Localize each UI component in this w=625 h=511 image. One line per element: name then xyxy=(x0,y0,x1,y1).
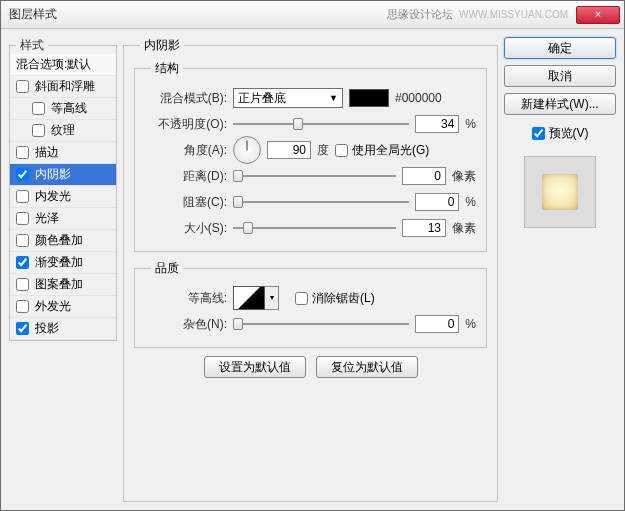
quality-legend: 品质 xyxy=(151,260,183,277)
checkbox[interactable] xyxy=(32,124,45,137)
style-item-stroke[interactable]: 描边 xyxy=(10,142,116,164)
contour-label: 等高线: xyxy=(145,290,227,307)
angle-unit: 度 xyxy=(317,142,329,159)
noise-slider[interactable] xyxy=(233,316,409,332)
style-item-bevel[interactable]: 斜面和浮雕 xyxy=(10,76,116,98)
opacity-row: 不透明度(O): 34 % xyxy=(145,111,476,137)
layer-style-dialog: 图层样式 思缘设计论坛 WWW.MISSYUAN.COM × 样式 混合选项:默… xyxy=(0,0,625,511)
checkbox[interactable] xyxy=(16,212,29,225)
opacity-unit: % xyxy=(465,117,476,131)
blending-options-label: 混合选项:默认 xyxy=(16,56,91,73)
panel-legend: 内阴影 xyxy=(140,37,184,54)
structure-group: 结构 混合模式(B): 正片叠底 ▼ #000000 不透明度(O): 3 xyxy=(134,60,487,252)
size-input[interactable]: 13 xyxy=(402,219,446,237)
styles-list: 混合选项:默认 斜面和浮雕 等高线 纹理 描边 内阴影 内发光 光泽 颜色叠加 … xyxy=(10,54,116,340)
angle-dial[interactable] xyxy=(233,136,261,164)
style-item-drop-shadow[interactable]: 投影 xyxy=(10,318,116,340)
reset-default-button[interactable]: 复位为默认值 xyxy=(316,356,418,378)
quality-group: 品质 等高线: ▾ 消除锯齿(L) 杂色(N): 0 % xyxy=(134,260,487,348)
choke-input[interactable]: 0 xyxy=(415,193,459,211)
style-item-outer-glow[interactable]: 外发光 xyxy=(10,296,116,318)
contour-row: 等高线: ▾ 消除锯齿(L) xyxy=(145,285,476,311)
angle-input[interactable]: 90 xyxy=(267,141,311,159)
checkbox[interactable] xyxy=(16,168,29,181)
watermark-url: WWW.MISSYUAN.COM xyxy=(459,9,568,20)
style-item-gradient-overlay[interactable]: 渐变叠加 xyxy=(10,252,116,274)
angle-row: 角度(A): 90 度 使用全局光(G) xyxy=(145,137,476,163)
size-row: 大小(S): 13 像素 xyxy=(145,215,476,241)
noise-input[interactable]: 0 xyxy=(415,315,459,333)
noise-row: 杂色(N): 0 % xyxy=(145,311,476,337)
blending-options-row[interactable]: 混合选项:默认 xyxy=(10,54,116,76)
noise-label: 杂色(N): xyxy=(145,316,227,333)
checkbox[interactable] xyxy=(16,278,29,291)
structure-legend: 结构 xyxy=(151,60,183,77)
checkbox[interactable] xyxy=(16,146,29,159)
contour-picker[interactable] xyxy=(233,286,265,310)
chevron-down-icon: ▼ xyxy=(329,93,338,103)
style-item-contour[interactable]: 等高线 xyxy=(10,98,116,120)
checkbox[interactable] xyxy=(16,256,29,269)
global-light-checkbox[interactable]: 使用全局光(G) xyxy=(335,142,429,159)
styles-column: 样式 混合选项:默认 斜面和浮雕 等高线 纹理 描边 内阴影 内发光 光泽 颜色… xyxy=(9,37,117,502)
distance-input[interactable]: 0 xyxy=(402,167,446,185)
ok-button[interactable]: 确定 xyxy=(504,37,616,59)
blend-mode-select[interactable]: 正片叠底 ▼ xyxy=(233,88,343,108)
choke-unit: % xyxy=(465,195,476,209)
preview-checkbox[interactable]: 预览(V) xyxy=(504,125,616,142)
opacity-label: 不透明度(O): xyxy=(145,116,227,133)
checkbox[interactable] xyxy=(16,234,29,247)
noise-unit: % xyxy=(465,317,476,331)
antialias-checkbox[interactable]: 消除锯齿(L) xyxy=(295,290,375,307)
color-swatch[interactable] xyxy=(349,89,389,107)
blend-mode-label: 混合模式(B): xyxy=(145,90,227,107)
checkbox[interactable] xyxy=(16,322,29,335)
opacity-input[interactable]: 34 xyxy=(415,115,459,133)
titlebar: 图层样式 思缘设计论坛 WWW.MISSYUAN.COM × xyxy=(1,1,624,29)
style-item-inner-shadow[interactable]: 内阴影 xyxy=(10,164,116,186)
new-style-button[interactable]: 新建样式(W)... xyxy=(504,93,616,115)
angle-label: 角度(A): xyxy=(145,142,227,159)
dialog-content: 样式 混合选项:默认 斜面和浮雕 等高线 纹理 描边 内阴影 内发光 光泽 颜色… xyxy=(1,29,624,510)
style-item-texture[interactable]: 纹理 xyxy=(10,120,116,142)
blend-mode-row: 混合模式(B): 正片叠底 ▼ #000000 xyxy=(145,85,476,111)
choke-slider[interactable] xyxy=(233,194,409,210)
make-default-button[interactable]: 设置为默认值 xyxy=(204,356,306,378)
checkbox[interactable] xyxy=(16,190,29,203)
preview-swatch xyxy=(542,174,578,210)
default-buttons: 设置为默认值 复位为默认值 xyxy=(134,356,487,378)
distance-slider[interactable] xyxy=(233,168,396,184)
distance-label: 距离(D): xyxy=(145,168,227,185)
settings-column: 内阴影 结构 混合模式(B): 正片叠底 ▼ #000000 不透明度(O): xyxy=(123,37,498,502)
opacity-slider[interactable] xyxy=(233,116,409,132)
window-title: 图层样式 xyxy=(9,6,57,23)
action-column: 确定 取消 新建样式(W)... 预览(V) xyxy=(504,37,616,502)
style-item-color-overlay[interactable]: 颜色叠加 xyxy=(10,230,116,252)
distance-row: 距离(D): 0 像素 xyxy=(145,163,476,189)
inner-shadow-panel: 内阴影 结构 混合模式(B): 正片叠底 ▼ #000000 不透明度(O): xyxy=(123,37,498,502)
choke-row: 阻塞(C): 0 % xyxy=(145,189,476,215)
size-slider[interactable] xyxy=(233,220,396,236)
close-button[interactable]: × xyxy=(576,6,620,24)
size-label: 大小(S): xyxy=(145,220,227,237)
size-unit: 像素 xyxy=(452,220,476,237)
styles-fieldset: 样式 混合选项:默认 斜面和浮雕 等高线 纹理 描边 内阴影 内发光 光泽 颜色… xyxy=(9,37,117,341)
choke-label: 阻塞(C): xyxy=(145,194,227,211)
distance-unit: 像素 xyxy=(452,168,476,185)
style-item-satin[interactable]: 光泽 xyxy=(10,208,116,230)
style-item-inner-glow[interactable]: 内发光 xyxy=(10,186,116,208)
watermark-text: 思缘设计论坛 xyxy=(387,7,453,22)
cancel-button[interactable]: 取消 xyxy=(504,65,616,87)
checkbox[interactable] xyxy=(32,102,45,115)
contour-dropdown[interactable]: ▾ xyxy=(265,286,279,310)
checkbox[interactable] xyxy=(16,300,29,313)
preview-thumbnail xyxy=(524,156,596,228)
checkbox[interactable] xyxy=(16,80,29,93)
styles-legend: 样式 xyxy=(16,37,48,54)
color-hex: #000000 xyxy=(395,91,442,105)
style-item-pattern-overlay[interactable]: 图案叠加 xyxy=(10,274,116,296)
